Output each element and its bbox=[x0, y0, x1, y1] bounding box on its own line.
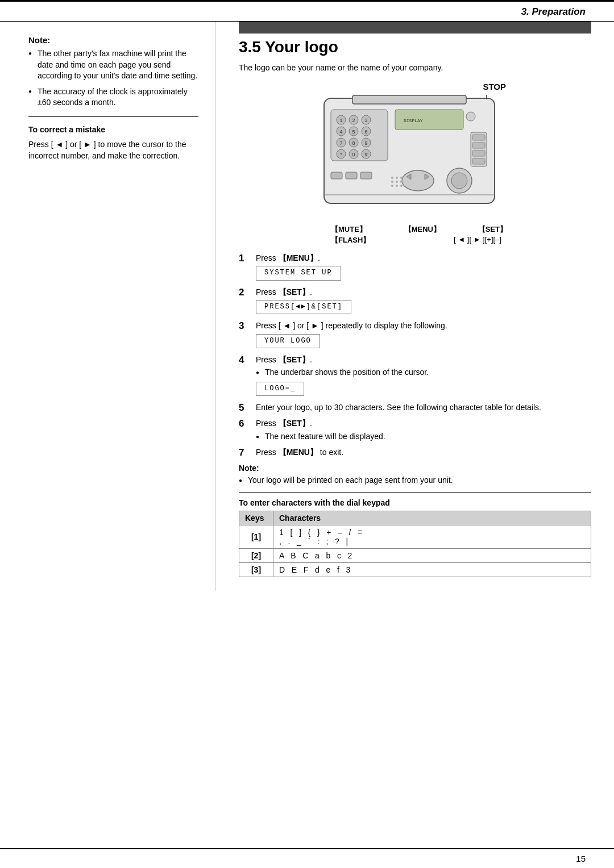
header-title: 3. Preparation bbox=[521, 6, 586, 18]
step-content-3: Press [ ◄ ] or [ ► ] repeatedly to displ… bbox=[256, 320, 591, 350]
left-column: Note: The other party's fax machine will… bbox=[0, 22, 216, 591]
svg-text:0: 0 bbox=[352, 152, 355, 157]
svg-text:6: 6 bbox=[364, 129, 367, 135]
right-column: 3.5 Your logo The logo can be your name … bbox=[216, 22, 614, 591]
mute-label: 【MUTE】 bbox=[331, 224, 367, 235]
svg-text:4: 4 bbox=[339, 129, 342, 135]
step-content-6: Press 【SET】. The next feature will be di… bbox=[256, 418, 591, 443]
step-content-1: Press 【MENU】. SYSTEM SET UP bbox=[256, 252, 591, 283]
list-item: The next feature will be displayed. bbox=[256, 431, 591, 443]
step-num-5: 5 bbox=[239, 402, 254, 414]
svg-rect-32 bbox=[472, 143, 485, 148]
display-your-logo: YOUR LOGO bbox=[256, 334, 320, 348]
step-6-key: 【SET】 bbox=[279, 419, 310, 428]
list-item: Your logo will be printed on each page s… bbox=[239, 475, 591, 486]
section-header-bar bbox=[239, 22, 591, 34]
svg-text:8: 8 bbox=[352, 140, 355, 146]
table-cell-key: [2] bbox=[239, 549, 273, 563]
step-6: 6 Press 【SET】. The next feature will be … bbox=[239, 418, 591, 443]
step-num-3: 3 bbox=[239, 320, 254, 332]
step-content-2: Press 【SET】. PRESS[◄►]&[SET] bbox=[256, 286, 591, 317]
svg-text:*: * bbox=[340, 152, 342, 157]
step-4: 4 Press 【SET】. The underbar shows the po… bbox=[239, 354, 591, 398]
table-cell-key: [3] bbox=[239, 563, 273, 577]
step-content-4: Press 【SET】. The underbar shows the posi… bbox=[256, 354, 591, 398]
left-note-label: Note: bbox=[28, 35, 198, 45]
section-num: 3.5 bbox=[239, 38, 261, 56]
svg-point-38 bbox=[402, 170, 434, 191]
fax-wrapper: STOP 1 2 bbox=[318, 82, 512, 245]
subsection-text: Press [ ◄ ] or [ ► ] to move the cursor … bbox=[28, 139, 198, 162]
svg-point-45 bbox=[400, 177, 403, 179]
page-number: 15 bbox=[576, 854, 586, 863]
table-cell-chars: 1 [ ] { } + – / = , . _ ` : ; ? | bbox=[273, 525, 591, 549]
svg-text:3: 3 bbox=[364, 118, 367, 123]
character-table: Keys Characters [1] 1 [ ] { } + – / = , … bbox=[239, 511, 591, 577]
flash-label: 【FLASH】 bbox=[331, 235, 370, 245]
svg-text:DISPLAY: DISPLAY bbox=[404, 118, 423, 123]
svg-text:5: 5 bbox=[352, 129, 355, 135]
svg-point-51 bbox=[400, 185, 403, 187]
step-1-key: 【MENU】 bbox=[279, 253, 318, 262]
svg-rect-36 bbox=[346, 172, 357, 179]
section-title: 3.5 Your logo bbox=[239, 38, 591, 56]
section-intro: The logo can be your name or the name of… bbox=[239, 62, 591, 74]
page: 3. Preparation Note: The other party's f… bbox=[0, 0, 614, 868]
step-6-bullets: The next feature will be displayed. bbox=[256, 431, 591, 443]
list-item: The other party's fax machine will print… bbox=[28, 48, 198, 82]
right-note-label: Note: bbox=[239, 464, 591, 473]
set-label: 【SET】 bbox=[478, 224, 507, 235]
table-header-keys: Keys bbox=[239, 511, 273, 525]
device-area: STOP 1 2 bbox=[239, 82, 591, 245]
step-3: 3 Press [ ◄ ] or [ ► ] repeatedly to dis… bbox=[239, 320, 591, 350]
svg-rect-1 bbox=[352, 95, 466, 104]
display-logo: LOGO=_ bbox=[256, 382, 304, 396]
svg-point-46 bbox=[391, 181, 393, 183]
table-cell-chars: D E F d e f 3 bbox=[273, 563, 591, 577]
display-press-set: PRESS[◄►]&[SET] bbox=[256, 300, 351, 314]
svg-point-47 bbox=[396, 181, 398, 183]
arrows-label: [ ◄ ][ ► ][+][–] bbox=[454, 235, 501, 245]
svg-rect-34 bbox=[472, 158, 485, 164]
step-7: 7 Press 【MENU】 to exit. bbox=[239, 446, 591, 459]
header: 3. Preparation bbox=[0, 2, 614, 22]
svg-rect-37 bbox=[360, 172, 372, 179]
svg-rect-31 bbox=[472, 135, 485, 140]
step-7-key: 【MENU】 bbox=[279, 448, 318, 457]
divider bbox=[28, 116, 198, 117]
display-system-set-up: SYSTEM SET UP bbox=[256, 266, 341, 280]
svg-text:9: 9 bbox=[364, 140, 367, 146]
step-num-4: 4 bbox=[239, 354, 254, 366]
step-num-6: 6 bbox=[239, 418, 254, 430]
svg-point-49 bbox=[391, 185, 393, 187]
svg-rect-35 bbox=[331, 172, 342, 179]
right-note-bullets: Your logo will be printed on each page s… bbox=[239, 475, 591, 486]
table-row: [3] D E F d e f 3 bbox=[239, 563, 591, 577]
svg-point-29 bbox=[466, 112, 475, 121]
steps-container: 1 Press 【MENU】. SYSTEM SET UP 2 Press 【S… bbox=[239, 252, 591, 459]
stop-label: STOP bbox=[318, 82, 512, 91]
step-content-7: Press 【MENU】 to exit. bbox=[256, 446, 591, 458]
fax-machine-svg: 1 2 3 4 5 6 7 bbox=[318, 93, 512, 223]
svg-text:1: 1 bbox=[339, 118, 342, 123]
svg-point-48 bbox=[400, 181, 403, 183]
svg-point-43 bbox=[391, 177, 393, 179]
list-item: The underbar shows the position of the c… bbox=[256, 367, 591, 378]
step-2-key: 【SET】 bbox=[279, 287, 310, 297]
step-num-7: 7 bbox=[239, 446, 254, 459]
footer: 15 bbox=[0, 848, 614, 868]
table-header-chars: Characters bbox=[273, 511, 591, 525]
step-4-bullets: The underbar shows the position of the c… bbox=[256, 367, 591, 378]
list-item: The accuracy of the clock is approximate… bbox=[28, 86, 198, 108]
section-title-name: Your logo bbox=[265, 38, 338, 56]
char-table-title: To enter characters with the dial keypad bbox=[239, 492, 591, 507]
svg-text:2: 2 bbox=[352, 118, 355, 123]
svg-text:#: # bbox=[364, 152, 367, 157]
step-2: 2 Press 【SET】. PRESS[◄►]&[SET] bbox=[239, 286, 591, 317]
svg-rect-33 bbox=[472, 151, 485, 156]
step-5: 5 Enter your logo, up to 30 characters. … bbox=[239, 402, 591, 414]
subsection-title: To correct a mistake bbox=[28, 125, 198, 134]
table-cell-key: [1] bbox=[239, 525, 273, 549]
left-note-bullets: The other party's fax machine will print… bbox=[28, 48, 198, 108]
main-content: Note: The other party's fax machine will… bbox=[0, 22, 614, 591]
